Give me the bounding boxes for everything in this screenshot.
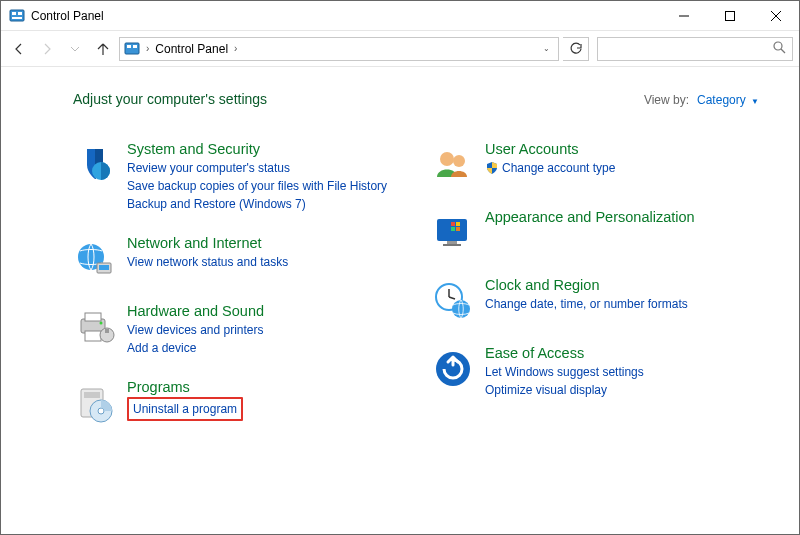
view-by-selector[interactable]: View by: Category ▼ — [644, 93, 759, 107]
category-title[interactable]: Appearance and Personalization — [485, 209, 695, 225]
view-by-label: View by: — [644, 93, 689, 107]
svg-rect-31 — [443, 244, 461, 246]
svg-rect-30 — [447, 241, 457, 244]
recent-locations-button[interactable] — [63, 37, 87, 61]
printer-hardware-icon — [73, 305, 117, 349]
back-button[interactable] — [7, 37, 31, 61]
category-title[interactable]: Hardware and Sound — [127, 303, 264, 319]
svg-rect-5 — [726, 11, 735, 20]
category-title[interactable]: User Accounts — [485, 141, 615, 157]
view-by-value[interactable]: Category — [697, 93, 746, 107]
svg-rect-3 — [12, 17, 22, 19]
uac-shield-icon — [485, 161, 499, 175]
category-appearance: Appearance and Personalization — [431, 209, 759, 255]
chevron-down-icon: ▼ — [751, 97, 759, 106]
minimize-button[interactable] — [661, 1, 707, 31]
window-title: Control Panel — [31, 9, 104, 23]
clock-globe-icon — [431, 279, 475, 323]
refresh-button[interactable] — [563, 37, 589, 61]
link-optimize-display[interactable]: Optimize visual display — [485, 381, 644, 399]
link-uninstall-program[interactable]: Uninstall a program — [133, 402, 237, 416]
link-devices-printers[interactable]: View devices and printers — [127, 321, 264, 339]
svg-rect-33 — [456, 222, 460, 226]
svg-rect-34 — [451, 227, 455, 231]
svg-rect-35 — [456, 227, 460, 231]
highlight-annotation: Uninstall a program — [127, 397, 243, 421]
svg-rect-9 — [127, 45, 131, 48]
category-title[interactable]: Clock and Region — [485, 277, 688, 293]
category-ease-of-access: Ease of Access Let Windows suggest setti… — [431, 345, 759, 399]
address-dropdown-icon[interactable]: ⌄ — [539, 44, 554, 53]
category-clock-region: Clock and Region Change date, time, or n… — [431, 277, 759, 323]
link-change-account-type[interactable]: Change account type — [502, 159, 615, 177]
svg-rect-24 — [84, 392, 100, 398]
content-area: Adjust your computer's settings View by:… — [1, 67, 799, 467]
category-hardware-sound: Hardware and Sound View devices and prin… — [73, 303, 401, 357]
chevron-right-icon[interactable]: › — [140, 43, 155, 54]
disc-box-icon — [73, 381, 117, 425]
users-icon — [431, 143, 475, 187]
right-column: User Accounts Change account type — [431, 141, 759, 447]
link-add-device[interactable]: Add a device — [127, 339, 264, 357]
link-date-time-formats[interactable]: Change date, time, or number formats — [485, 295, 688, 313]
category-system-security: System and Security Review your computer… — [73, 141, 401, 213]
chevron-right-icon[interactable]: › — [228, 43, 243, 54]
svg-point-28 — [453, 155, 465, 167]
left-column: System and Security Review your computer… — [73, 141, 401, 447]
svg-rect-2 — [18, 12, 22, 15]
search-icon — [772, 40, 786, 57]
svg-line-12 — [781, 49, 785, 53]
titlebar: Control Panel — [1, 1, 799, 31]
category-title[interactable]: Network and Internet — [127, 235, 288, 251]
svg-point-26 — [98, 408, 104, 414]
breadcrumb-location[interactable]: Control Panel — [155, 42, 228, 56]
svg-rect-8 — [125, 43, 139, 54]
category-title[interactable]: Ease of Access — [485, 345, 644, 361]
svg-point-39 — [452, 300, 470, 318]
navigation-bar: › Control Panel › ⌄ — [1, 31, 799, 67]
globe-network-icon — [73, 237, 117, 281]
link-file-history[interactable]: Save backup copies of your files with Fi… — [127, 177, 387, 195]
svg-rect-32 — [451, 222, 455, 226]
address-bar[interactable]: › Control Panel › ⌄ — [119, 37, 559, 61]
maximize-button[interactable] — [707, 1, 753, 31]
svg-rect-0 — [10, 10, 24, 21]
search-input[interactable] — [597, 37, 793, 61]
svg-rect-16 — [99, 265, 109, 270]
link-network-status[interactable]: View network status and tasks — [127, 253, 288, 271]
svg-rect-22 — [105, 329, 109, 333]
control-panel-icon — [9, 8, 25, 24]
category-user-accounts: User Accounts Change account type — [431, 141, 759, 187]
category-network-internet: Network and Internet View network status… — [73, 235, 401, 281]
category-programs: Programs Uninstall a program — [73, 379, 401, 425]
address-icon — [124, 41, 140, 57]
link-backup-restore[interactable]: Backup and Restore (Windows 7) — [127, 195, 387, 213]
ease-of-access-icon — [431, 347, 475, 391]
up-button[interactable] — [91, 37, 115, 61]
category-title[interactable]: System and Security — [127, 141, 387, 157]
category-title[interactable]: Programs — [127, 379, 243, 395]
svg-rect-1 — [12, 12, 16, 15]
forward-button[interactable] — [35, 37, 59, 61]
shield-computer-icon — [73, 143, 117, 187]
svg-rect-10 — [133, 45, 137, 48]
monitor-appearance-icon — [431, 211, 475, 255]
svg-point-27 — [440, 152, 454, 166]
close-button[interactable] — [753, 1, 799, 31]
svg-point-20 — [100, 322, 103, 325]
svg-rect-18 — [85, 313, 101, 321]
link-windows-suggest[interactable]: Let Windows suggest settings — [485, 363, 644, 381]
svg-point-11 — [774, 42, 782, 50]
link-review-status[interactable]: Review your computer's status — [127, 159, 387, 177]
svg-rect-19 — [85, 331, 101, 341]
